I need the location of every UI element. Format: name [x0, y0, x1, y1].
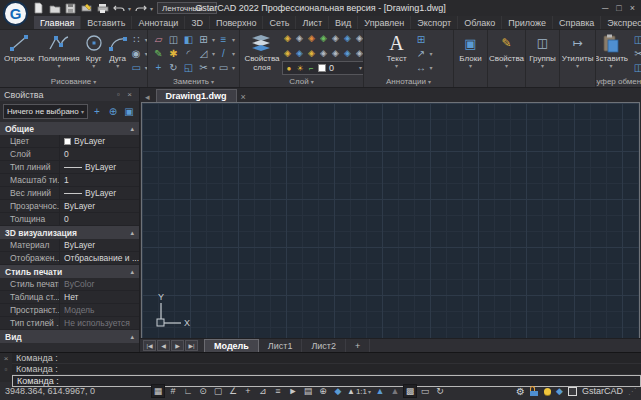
resize-grip[interactable]: ⋰	[628, 387, 636, 396]
clean-screen-icon[interactable]: ▭	[418, 384, 432, 398]
line-button[interactable]: Отрезок	[2, 31, 36, 76]
layout-prev-button[interactable]: ◀	[157, 340, 170, 351]
layer-current-icon[interactable]: ◈	[282, 47, 293, 59]
plot-preview-button[interactable]	[80, 2, 93, 15]
drawing-recovery-icon[interactable]: ↻	[433, 384, 447, 398]
tab-layout[interactable]: Лист	[296, 16, 329, 29]
chevron-down-icon[interactable]: ▾	[212, 51, 215, 57]
donut-icon[interactable]: ◉	[130, 47, 143, 60]
layer-lock-icon[interactable]: ◈	[354, 32, 364, 44]
move-icon[interactable]: +	[152, 61, 165, 74]
layout-last-button[interactable]: ▶|	[185, 340, 198, 351]
utilities-button[interactable]: ↦ Утилиты ▾	[560, 31, 595, 76]
circle-button[interactable]: Круг ▾	[82, 31, 106, 76]
leader-icon[interactable]: ↗	[415, 47, 428, 60]
blocks-button[interactable]: ▣ Блоки ▾	[457, 31, 483, 76]
layer-thaw-icon[interactable]: ◈	[342, 32, 353, 44]
layout-next-button[interactable]: ▶	[171, 340, 184, 351]
tab-manage[interactable]: Управлен	[358, 16, 411, 29]
layer-on-icon[interactable]: ◈	[282, 32, 293, 44]
chamfer-icon[interactable]: ◿	[197, 47, 210, 60]
modify-group-button[interactable]: Заменить ▾	[148, 76, 239, 87]
tab-insert[interactable]: Вставить	[81, 16, 132, 29]
isolate-bulb-icon[interactable]	[544, 388, 551, 395]
command-grip-icon[interactable]: ▫	[5, 365, 8, 374]
table-icon[interactable]: ⊞	[415, 33, 428, 46]
layer-merge-icon[interactable]: ◈	[318, 47, 329, 59]
rectangle-icon[interactable]: ▭	[130, 61, 143, 74]
tab-express[interactable]: Экспресс	[601, 16, 641, 29]
layer-properties-button[interactable]: Свойства слоя	[242, 31, 282, 76]
fillet-icon[interactable]: ◜	[182, 47, 195, 60]
layer-prev-icon[interactable]: ◈	[306, 47, 317, 59]
text-button[interactable]: A Текст ▾	[384, 31, 408, 76]
chevron-down-icon[interactable]: ▾	[232, 51, 235, 57]
layer-isolate-icon[interactable]: ◈	[306, 32, 317, 44]
select-objects-button[interactable]: ⊕	[106, 104, 120, 119]
quick-select-button[interactable]: +	[90, 104, 104, 119]
tab-view[interactable]: Вид	[329, 16, 358, 29]
erase-icon[interactable]: ▱	[152, 33, 165, 46]
undo-dropdown-arrow[interactable]: ▾	[128, 5, 131, 12]
save-button[interactable]	[64, 2, 77, 15]
section-view[interactable]: Вид ▴	[0, 330, 139, 343]
dimension-icon[interactable]: ↔	[415, 61, 428, 74]
chevron-down-icon[interactable]: ▾	[212, 37, 215, 43]
scale-icon[interactable]: ◱	[182, 61, 195, 74]
auto-annotation-icon[interactable]: ▲	[388, 384, 402, 398]
copy-icon[interactable]: ◫	[167, 33, 180, 46]
layer-unisolate-icon[interactable]: ◈	[318, 32, 329, 44]
polar-tracking-icon[interactable]: ⊙	[196, 384, 210, 398]
redo-dropdown-arrow[interactable]: ▾	[150, 5, 153, 12]
annotation-visibility-icon[interactable]: ▲	[373, 384, 387, 398]
selection-dropdown[interactable]: Ничего не выбрано ▾	[3, 104, 88, 119]
polyline-button[interactable]: Полилиния ▾	[36, 31, 82, 76]
doc-tab-scroll-left-icon[interactable]: ◂	[143, 92, 152, 102]
document-tab[interactable]: Drawing1.dwg	[156, 89, 237, 102]
annotation-group-button[interactable]: Аннотации ▾	[364, 76, 453, 87]
explode-icon[interactable]: ✱	[167, 47, 180, 60]
layer-delete-icon[interactable]: ◈	[330, 47, 341, 59]
gear-icon[interactable]: ⚙	[516, 386, 525, 397]
arc-button[interactable]: Дуга ▾	[106, 31, 130, 76]
maximize-button[interactable]: □	[616, 3, 621, 13]
cut-icon[interactable]: ✂	[632, 47, 641, 60]
snap-toggle-icon[interactable]: ▦	[151, 384, 165, 398]
fullscreen-icon[interactable]	[568, 387, 577, 396]
layer-off-icon[interactable]: ◈	[294, 32, 305, 44]
draw-group-button[interactable]: Рисование ▾	[0, 76, 147, 87]
dynamic-ucs-icon[interactable]: ⊿	[256, 384, 270, 398]
object-snap-3d-icon[interactable]: ∠	[226, 384, 240, 398]
tab-cloud[interactable]: Облако	[458, 16, 502, 29]
app-logo-icon[interactable]: G	[3, 1, 28, 26]
highlight-toggle-icon[interactable]: ▩	[403, 384, 417, 398]
tab-layout2[interactable]: Лист2	[302, 339, 346, 352]
annotation-scale-button[interactable]: ▲ 1:1 ▾	[346, 384, 372, 398]
zoom-tool-icon[interactable]: ⊕	[316, 384, 330, 398]
points-icon[interactable]: ∷	[130, 33, 143, 46]
array-icon[interactable]: ⊞	[197, 33, 210, 46]
pin-icon[interactable]: ▫	[113, 90, 124, 99]
layout-first-button[interactable]: |◀	[143, 340, 156, 351]
palette-close-icon[interactable]: ×	[124, 90, 135, 99]
chevron-down-icon[interactable]: ▾	[232, 65, 235, 71]
tab-apps[interactable]: Приложе	[502, 16, 553, 29]
snap-tracking-icon[interactable]: +	[241, 384, 255, 398]
align-icon[interactable]: ≡	[217, 33, 230, 46]
layer-copy-icon[interactable]: ◈	[354, 47, 364, 59]
new-file-button[interactable]	[32, 2, 45, 15]
layer-walk-icon[interactable]: ◈	[342, 47, 353, 59]
tab-home[interactable]: Главная	[34, 16, 81, 29]
edit-polyline-icon[interactable]: ✎	[152, 47, 165, 60]
tab-model[interactable]: Модель	[204, 339, 259, 352]
ortho-toggle-icon[interactable]: ∟	[181, 384, 195, 398]
tab-annotate[interactable]: Аннотаци	[132, 16, 185, 29]
tab-3d[interactable]: 3D	[185, 16, 210, 29]
tab-help[interactable]: Справка	[553, 16, 601, 29]
break-icon[interactable]: /	[217, 47, 230, 60]
object-snap-icon[interactable]: ▢	[211, 384, 225, 398]
section-plot-style[interactable]: Стиль печати ▴	[0, 265, 139, 278]
close-button[interactable]: ×	[630, 3, 635, 13]
redo-button[interactable]	[134, 2, 147, 15]
selection-cycling-icon[interactable]: ▤	[301, 384, 315, 398]
